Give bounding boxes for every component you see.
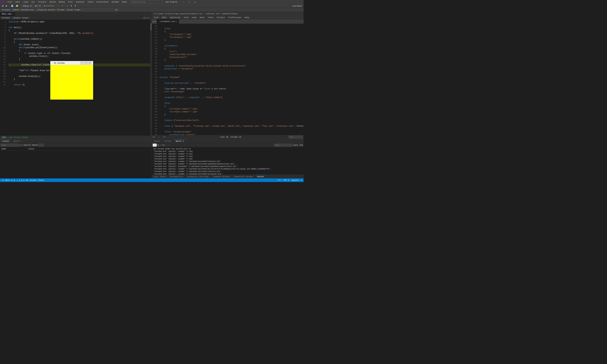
tab-immediate-window[interactable]: Immediate Window	[232, 175, 255, 178]
sublime-code-content[interactable]: files { "src/Engine/**.hpp", "src/Engine…	[158, 24, 304, 135]
locals-content: Name Value	[0, 147, 152, 178]
tab-output[interactable]: Output	[255, 175, 266, 178]
output-line: 'Testbed.exe' (Win32): Loaded 'C:\Window…	[153, 160, 302, 163]
output-clear-btn[interactable]: 🗑	[152, 143, 157, 147]
step-over[interactable]: ⤵	[66, 4, 69, 7]
nav-arrows[interactable]: ◀ ▶	[152, 19, 157, 24]
sublime-menu-project[interactable]: Project	[215, 16, 226, 19]
main-layout: Main.cpp ✕ Testbed › (Global Scope) main…	[0, 12, 304, 139]
menu-edit[interactable]: Edit	[14, 0, 22, 3]
search-arrows[interactable]: ◀ ▶	[19, 144, 23, 146]
sublime-menu-bar[interactable]: File Edit Selection Find View Goto Tools…	[152, 16, 304, 19]
locals-search-input[interactable]	[1, 144, 19, 146]
sublime-bottom-icons: Aa ✦ Ce ← →	[152, 136, 173, 138]
menu-view[interactable]: View	[22, 0, 29, 3]
tab-main-cpp-label: Main.cpp	[2, 13, 11, 15]
menu-help[interactable]: Help	[121, 0, 128, 3]
sublime-menu-selection[interactable]: Selection	[168, 16, 182, 19]
sublime-code-area[interactable]: 1011121314151617181920212223242526272829…	[152, 24, 304, 135]
toolbar-save[interactable]: 💾	[10, 4, 14, 7]
search-input[interactable]	[130, 0, 163, 4]
sublime-menu-help[interactable]: Help	[243, 16, 251, 19]
live-share-button[interactable]: Live Share	[291, 4, 303, 7]
menu-tools[interactable]: Tools	[86, 0, 95, 3]
floating-maximize[interactable]: □	[84, 62, 88, 65]
sublime-menu-preferences[interactable]: Preferences	[227, 16, 243, 19]
breadcrumb-testbed: Testbed	[1, 17, 10, 19]
debug-toolbar: Process: [9044] Testbed.exe Lifecycle Ev…	[0, 8, 304, 12]
menu-git[interactable]: Git	[30, 0, 36, 3]
search-depth-input[interactable]	[39, 144, 44, 146]
tab-watch1[interactable]: Watch 1	[12, 139, 24, 143]
menu-project[interactable]: Project	[37, 0, 48, 3]
tab-close-icon[interactable]: ✕	[12, 13, 13, 15]
minimize-button[interactable]: —	[181, 0, 186, 4]
bottom-left-panel: Locals Watch 1 ◀ ▶ Search Depth Name Val…	[0, 139, 152, 178]
app-name: Ape Engine	[166, 1, 177, 3]
toolbar-back[interactable]: ◀	[1, 4, 4, 7]
stop-button[interactable]: ■	[57, 4, 60, 7]
toolbar-sep5	[65, 5, 65, 7]
sublime-menu-goto[interactable]: Goto	[198, 16, 206, 19]
breadcrumb-func: main()	[143, 17, 150, 19]
sublime-menu-find[interactable]: Find	[182, 16, 190, 19]
tab-exception-settings[interactable]: Exception Settings	[185, 175, 211, 178]
floating-close[interactable]: ✕	[88, 62, 92, 65]
floating-window-icon: □	[52, 62, 53, 64]
floating-title-bar: □ My window — □ ✕	[50, 61, 93, 65]
step-into[interactable]: ⬇	[69, 4, 73, 7]
tab-breakpoints[interactable]: Breakpoints	[168, 175, 185, 178]
restart-button[interactable]: ↺	[60, 4, 64, 7]
warning-count: ⚠ 0	[16, 179, 20, 182]
toolbar-open[interactable]: 📂	[15, 4, 20, 7]
win-controls[interactable]: — □ ✕	[181, 0, 198, 4]
step-out[interactable]: ⬆	[73, 4, 77, 7]
tab-main-cpp[interactable]: Main.cpp ✕	[0, 12, 15, 16]
bottom-right-panel: Autos Locals Watch 1 🗑 Aa ✦ Ce ← → main …	[152, 139, 304, 178]
sublime-menu-tools[interactable]: Tools	[206, 16, 215, 19]
output-tab-bar: Autos Locals Watch 1	[152, 139, 304, 143]
bottom-left-tab-bar: Locals Watch 1	[0, 139, 152, 143]
platform-select[interactable]: x64	[33, 4, 41, 8]
toolbar-forward[interactable]: ▶	[5, 4, 8, 7]
menu-test[interactable]: Test	[67, 0, 74, 3]
tab-locals2[interactable]: Locals	[162, 139, 174, 143]
sublime-status-line: Line 28, Column 18	[220, 136, 241, 138]
tab-autos[interactable]: Autos	[152, 139, 162, 143]
my-window-popup[interactable]: □ My window — □ ✕	[50, 61, 93, 99]
vertical-scrollbar[interactable]	[150, 20, 152, 135]
menu-window[interactable]: Window	[110, 0, 120, 3]
func-label: main 150	[293, 144, 303, 146]
floating-minimize[interactable]: —	[80, 62, 84, 65]
close-button[interactable]: ✕	[193, 0, 198, 4]
sublime-tab-close[interactable]: ✕	[175, 20, 177, 23]
tab-command-window[interactable]: Command Window	[211, 175, 232, 178]
output-line: 'Testbed.exe' (Win32): Loaded 'C:\Wir	[153, 153, 302, 155]
continue-button[interactable]: ▶ Continue	[43, 4, 55, 7]
tab-call-stack[interactable]: Call Stack	[152, 175, 168, 178]
output-line: 'Testbed.exe' (Win32): Loaded 'C:\Wir	[153, 158, 302, 160]
sublime-tab-premake[interactable]: ● premake5.lua ✕	[157, 19, 179, 24]
output-line: 'Testbed.exe' (Win32): Loaded 'C:\Wir	[153, 155, 302, 158]
title-menu[interactable]: File Edit View Git Project Build Debug T…	[6, 0, 128, 3]
sublime-menu-edit[interactable]: Edit	[161, 16, 168, 19]
menu-extensions[interactable]: Extensions	[95, 0, 110, 3]
menu-debug[interactable]: Debug	[57, 0, 66, 3]
menu-file[interactable]: File	[6, 0, 14, 3]
output-line: 'Testbed.exe' (Win32): Loaded 'C:\Wir	[153, 150, 302, 153]
menu-build[interactable]: Build	[48, 0, 57, 3]
sublime-menu-file[interactable]: File	[152, 16, 160, 19]
lifecycle-label: Lifecycle Events	[36, 9, 55, 11]
output-line: 'Testbed.exe' (Win32): Unloaded 'C:\Wind…	[153, 165, 302, 168]
debug-config-select[interactable]: Debug	[21, 4, 32, 8]
stack-frame-select[interactable]	[82, 8, 118, 12]
tab-locals[interactable]: Locals	[0, 139, 12, 143]
status-encoding: UTF-8	[284, 179, 290, 181]
maximize-button[interactable]: □	[187, 0, 192, 4]
output-find-input[interactable]	[274, 144, 292, 146]
sublime-menu-view[interactable]: View	[190, 16, 198, 19]
tab-watch1-right[interactable]: Watch 1	[173, 139, 186, 143]
menu-analyze[interactable]: Analyze	[75, 0, 86, 3]
sublime-find-input[interactable]	[289, 136, 303, 139]
main-toolbar: ◀ ▶ 💾 📂 Debug x64 ▶ Continue ■ ↺ ⤵ ⬇ ⬆ L…	[0, 4, 304, 8]
